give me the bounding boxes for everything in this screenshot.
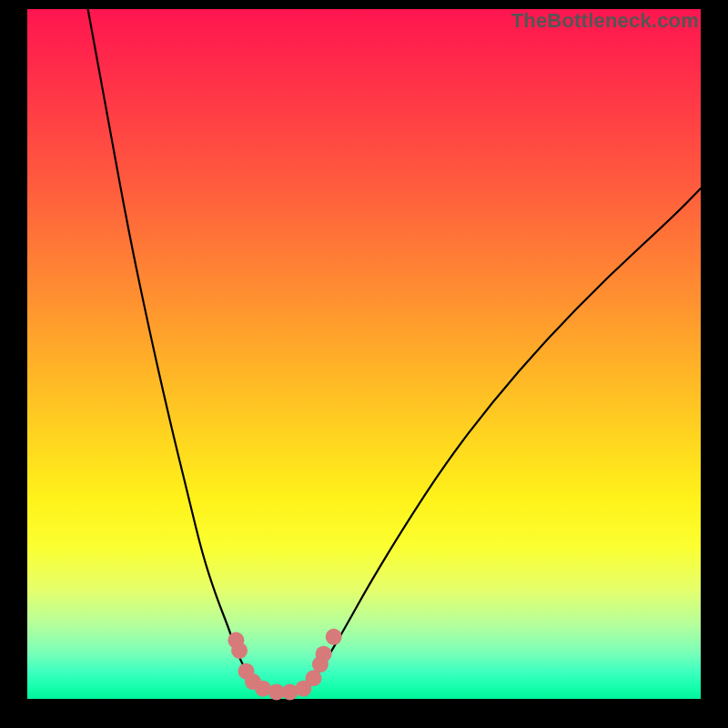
chart-svg: [0, 0, 728, 728]
attribution-watermark: TheBottleneck.com: [511, 9, 699, 33]
data-marker: [231, 642, 248, 659]
curve-right: [310, 188, 701, 685]
marker-group: [228, 629, 341, 701]
curve-left: [88, 9, 257, 685]
data-marker: [326, 629, 342, 645]
data-marker: [316, 646, 332, 662]
curve-group: [88, 9, 701, 692]
